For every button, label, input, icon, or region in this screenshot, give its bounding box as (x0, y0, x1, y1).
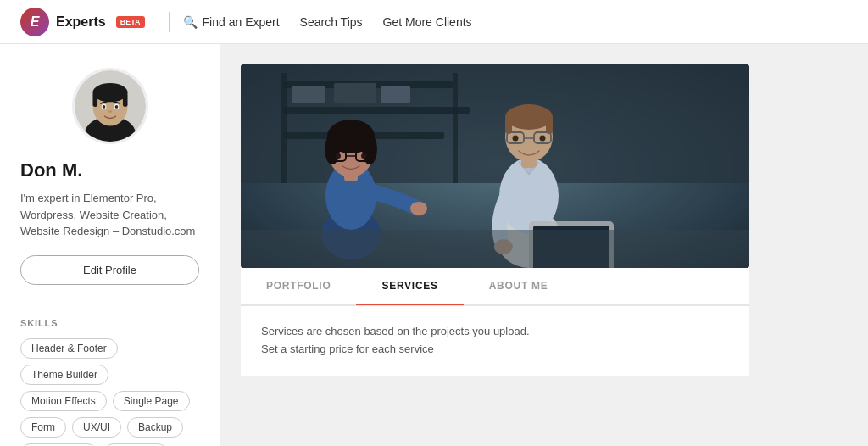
hero-scene (241, 64, 749, 268)
skill-tag: Web Design (20, 443, 97, 447)
edit-profile-button[interactable]: Edit Profile (20, 255, 199, 285)
tabs: PORTFOLIO SERVICES ABOUT ME (241, 268, 749, 305)
main-content: PORTFOLIO SERVICES ABOUT ME Services are… (220, 44, 868, 446)
tab-services[interactable]: SERVICES (356, 268, 463, 305)
svg-point-5 (92, 83, 127, 102)
avatar-wrapper (20, 68, 199, 144)
services-text: Services are chosen based on the project… (261, 323, 729, 359)
tab-about-me[interactable]: ABOUT ME (464, 268, 574, 305)
get-more-clients-link[interactable]: Get More Clients (383, 15, 472, 29)
logo-beta-badge: BETA (116, 16, 145, 28)
svg-point-10 (102, 105, 105, 109)
skill-tag: Header & Footer (20, 338, 118, 359)
skill-tag: Single Page (113, 391, 190, 411)
search-icon: 🔍 (183, 15, 198, 29)
tab-content-services: Services are chosen based on the project… (241, 306, 749, 376)
svg-point-11 (114, 105, 118, 109)
nav-links: 🔍 Find an Expert Search Tips Get More Cl… (183, 15, 472, 29)
skill-tag: Theme Builder (20, 365, 108, 385)
logo-text: Experts (56, 14, 106, 30)
navbar: E Experts BETA 🔍 Find an Expert Search T… (0, 0, 868, 44)
tabs-container: PORTFOLIO SERVICES ABOUT ME (241, 268, 749, 306)
svg-point-12 (108, 110, 112, 113)
svg-rect-7 (122, 92, 127, 107)
skills-title: SKILLS (20, 318, 199, 328)
skill-tag: UX/UI (72, 417, 121, 438)
hero-image (241, 64, 749, 268)
search-tips-link[interactable]: Search Tips (300, 15, 363, 29)
skill-tag: Motion Effects (20, 391, 107, 411)
tab-portfolio[interactable]: PORTFOLIO (241, 268, 356, 305)
svg-rect-6 (92, 92, 97, 107)
skills-grid: Header & FooterTheme BuilderMotion Effec… (20, 338, 199, 447)
logo-icon: E (20, 8, 49, 36)
profile-bio: I'm expert in Elementor Pro, Wordpress, … (20, 190, 199, 240)
skill-tag: Form (20, 417, 66, 438)
skill-tag: Migration (103, 443, 167, 447)
avatar (72, 68, 148, 144)
nav-divider (169, 12, 170, 32)
page-wrapper: Don M. I'm expert in Elementor Pro, Word… (0, 44, 868, 446)
find-expert-link[interactable]: 🔍 Find an Expert (183, 15, 280, 29)
skills-divider (20, 304, 199, 304)
profile-name: Don M. (20, 159, 199, 181)
svg-rect-53 (241, 64, 749, 268)
logo-container[interactable]: E Experts BETA (20, 8, 145, 36)
sidebar: Don M. I'm expert in Elementor Pro, Word… (0, 44, 220, 446)
skill-tag: Backup (127, 417, 183, 438)
